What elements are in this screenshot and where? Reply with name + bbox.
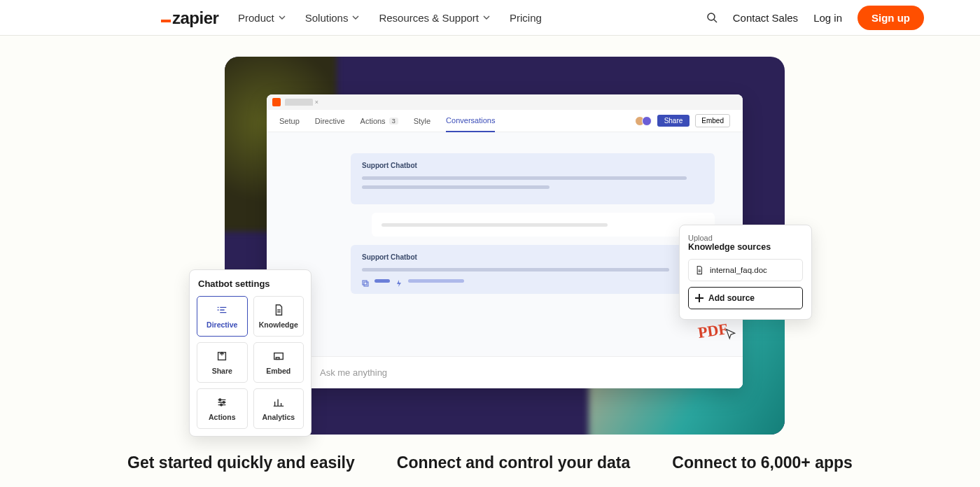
svg-point-9: [220, 404, 223, 406]
feature-columns: Get started quickly and easily Connect a…: [0, 453, 980, 472]
avatar: [642, 116, 652, 126]
chart-icon: [272, 396, 285, 409]
svg-rect-2: [363, 281, 367, 285]
tab-setup[interactable]: Setup: [279, 117, 300, 125]
bot-name: Support Chatbot: [362, 162, 704, 169]
text-placeholder: [362, 185, 550, 189]
app-window: × Setup Directive Actions 3 Style Conver…: [267, 94, 743, 388]
text-placeholder: [362, 268, 669, 271]
top-nav: zapier Product Solutions Resources & Sup…: [0, 0, 980, 36]
embed-icon: [272, 350, 285, 362]
upload-subtitle: Upload: [688, 234, 803, 242]
brand-logo[interactable]: zapier: [161, 8, 218, 28]
svg-rect-5: [274, 353, 283, 360]
nav-link-label: Pricing: [510, 12, 542, 24]
file-icon: [694, 265, 704, 275]
collaborator-avatars[interactable]: [638, 116, 652, 126]
svg-line-1: [714, 20, 717, 22]
option-label: Knowledge: [259, 320, 298, 329]
option-label: Embed: [266, 367, 290, 375]
option-label: Actions: [209, 413, 236, 421]
document-icon: [272, 304, 285, 316]
message-input[interactable]: Ask me anything: [309, 356, 743, 388]
message-actions: [362, 277, 704, 284]
option-share[interactable]: Share: [197, 342, 248, 383]
nav-link-label: Resources & Support: [379, 12, 479, 24]
nav-link-label: Product: [238, 12, 274, 24]
tab-directive[interactable]: Directive: [315, 117, 345, 125]
svg-point-8: [223, 402, 225, 404]
add-source-button[interactable]: Add source: [688, 287, 803, 309]
nav-link-resources[interactable]: Resources & Support: [379, 12, 490, 24]
pdf-drag-indicator: PDF: [698, 319, 739, 343]
app-titlebar: ×: [267, 94, 743, 110]
share-icon: [216, 350, 228, 362]
tab-label: Actions: [360, 117, 386, 125]
option-label: Directive: [206, 320, 237, 329]
option-embed[interactable]: Embed: [253, 342, 304, 383]
search-icon[interactable]: [706, 12, 718, 23]
text-lines-icon: [216, 304, 228, 316]
svg-rect-3: [364, 282, 368, 286]
knowledge-file[interactable]: internal_faq.doc: [688, 259, 803, 281]
brand-mark-icon: [161, 20, 171, 22]
chevron-down-icon: [352, 14, 359, 21]
panel-title: Chatbot settings: [198, 278, 302, 289]
feature-heading: Get started quickly and easily: [127, 453, 355, 472]
bot-message: Support Chatbot: [351, 153, 715, 204]
nav-link-pricing[interactable]: Pricing: [510, 12, 542, 24]
signup-button[interactable]: Sign up: [858, 6, 924, 30]
option-directive[interactable]: Directive: [197, 296, 248, 337]
nav-link-solutions[interactable]: Solutions: [305, 12, 360, 24]
conversation-pane: Support Chatbot Support Chatbot: [267, 132, 743, 388]
primary-nav-links: Product Solutions Resources & Support Pr…: [238, 12, 542, 24]
input-placeholder: Ask me anything: [320, 367, 387, 378]
brand-name: zapier: [172, 8, 218, 28]
app-tabs-right: Share Embed: [638, 114, 730, 127]
chip-placeholder: [374, 279, 390, 283]
upload-title: Knowledge sources: [688, 242, 803, 252]
upload-panel: Upload Knowledge sources internal_faq.do…: [679, 225, 812, 320]
copy-icon[interactable]: [362, 277, 369, 284]
option-label: Share: [212, 367, 232, 375]
text-placeholder: [382, 223, 608, 227]
option-actions[interactable]: Actions: [197, 388, 248, 429]
option-label: Analytics: [262, 413, 295, 421]
file-name: internal_faq.doc: [710, 266, 767, 274]
text-placeholder: [362, 176, 687, 180]
share-button[interactable]: Share: [657, 115, 690, 127]
actions-count-badge: 3: [389, 118, 398, 125]
embed-button[interactable]: Embed: [695, 114, 730, 127]
window-tab[interactable]: ×: [285, 99, 313, 106]
chevron-down-icon: [279, 14, 286, 21]
app-logo-icon: [272, 98, 281, 106]
contact-sales-link[interactable]: Contact Sales: [733, 12, 798, 24]
app-tabs: Setup Directive Actions 3 Style Conversa…: [267, 110, 743, 132]
bot-name: Support Chatbot: [362, 253, 704, 261]
tab-actions[interactable]: Actions 3: [360, 117, 398, 125]
svg-rect-6: [276, 358, 279, 360]
option-knowledge[interactable]: Knowledge: [253, 296, 304, 337]
plus-icon: [694, 293, 704, 303]
svg-point-7: [219, 399, 221, 401]
option-analytics[interactable]: Analytics: [253, 388, 304, 429]
tab-style[interactable]: Style: [414, 117, 430, 125]
nav-link-product[interactable]: Product: [238, 12, 286, 24]
nav-link-label: Solutions: [305, 12, 349, 24]
user-message: [372, 213, 715, 237]
chatbot-settings-panel: Chatbot settings Directive Knowledge Sha…: [189, 269, 312, 437]
feature-heading: Connect and control your data: [397, 453, 631, 472]
login-link[interactable]: Log in: [813, 12, 842, 24]
nav-right: Contact Sales Log in Sign up: [706, 6, 924, 30]
feature-heading: Connect to 6,000+ apps: [672, 453, 853, 472]
bolt-icon[interactable]: [396, 277, 402, 284]
close-icon[interactable]: ×: [315, 99, 318, 106]
add-source-label: Add source: [708, 293, 755, 303]
tab-conversations[interactable]: Conversations: [446, 110, 495, 132]
chip-placeholder: [408, 279, 464, 283]
bot-message: Support Chatbot: [351, 245, 715, 294]
chevron-down-icon: [483, 14, 490, 21]
svg-point-0: [708, 13, 715, 20]
sliders-icon: [216, 396, 228, 409]
